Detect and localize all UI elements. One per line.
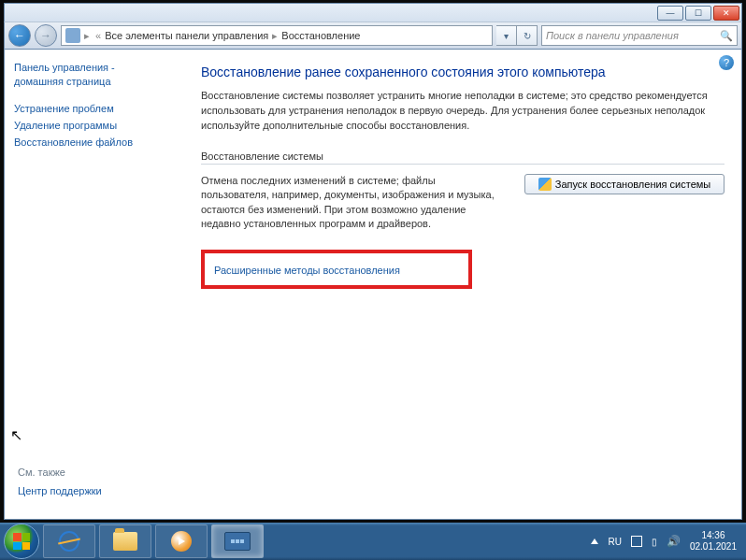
highlighted-link-box: Расширенные методы восстановления (201, 250, 472, 289)
taskbar-item-media-player[interactable] (155, 524, 208, 558)
folder-icon (113, 532, 137, 551)
network-tray-icon[interactable]: ▯ (652, 537, 657, 547)
breadcrumb-sep-icon: ▸ (270, 30, 280, 42)
search-input[interactable]: Поиск в панели управления 🔍 (541, 25, 738, 46)
clock-date: 02.01.2021 (690, 541, 737, 553)
taskbar: RU ▯ 🔊 14:36 02.01.2021 (0, 523, 746, 560)
section-header: Восстановление системы (201, 151, 724, 165)
taskbar-item-control-panel[interactable] (211, 524, 264, 558)
tray-overflow-button[interactable] (591, 538, 598, 544)
advanced-recovery-link[interactable]: Расширенные методы восстановления (214, 265, 400, 276)
system-tray: RU ▯ 🔊 14:36 02.01.2021 (591, 530, 742, 553)
help-icon[interactable]: ? (719, 55, 734, 70)
sidebar-link-troubleshoot[interactable]: Устранение проблем (14, 103, 179, 114)
sidebar-link-restore-files[interactable]: Восстановление файлов (14, 136, 179, 148)
search-placeholder: Поиск в панели управления (546, 30, 679, 41)
control-panel-home-link[interactable]: Панель управления -домашняя страница (14, 61, 179, 90)
language-indicator[interactable]: RU (608, 537, 621, 547)
internet-explorer-icon (59, 531, 79, 552)
sidebar: Панель управления -домашняя страница Уст… (5, 50, 188, 519)
breadcrumb-sep-icon: ▸ (82, 30, 92, 42)
tray-clock[interactable]: 14:36 02.01.2021 (690, 530, 737, 553)
control-panel-icon (65, 28, 80, 43)
search-icon[interactable]: 🔍 (720, 30, 733, 42)
sidebar-link-uninstall[interactable]: Удаление программы (14, 120, 179, 131)
minimize-button[interactable]: — (657, 6, 683, 21)
breadcrumb-sep-icon: « (93, 30, 103, 41)
media-player-icon (171, 531, 192, 552)
volume-tray-icon[interactable]: 🔊 (667, 535, 681, 548)
control-panel-task-icon (224, 532, 251, 551)
action-center-link[interactable]: Центр поддержки (18, 485, 102, 496)
action-center-tray-icon[interactable] (631, 536, 642, 547)
restore-description: Отмена последних изменений в системе; фа… (201, 174, 506, 232)
windows-logo-icon (13, 533, 30, 550)
run-system-restore-button[interactable]: Запуск восстановления системы (524, 174, 724, 194)
content-pane: ? Восстановление ранее сохраненного сост… (188, 50, 741, 519)
history-dropdown-button[interactable]: ▾ (496, 25, 517, 46)
breadcrumb[interactable]: ▸ « Все элементы панели управления ▸ Вос… (61, 25, 493, 46)
see-also-header: См. также (18, 467, 102, 478)
button-label: Запуск восстановления системы (555, 179, 711, 190)
window-titlebar: — ☐ ✕ (4, 3, 742, 22)
address-bar: ← → ▸ « Все элементы панели управления ▸… (4, 22, 742, 50)
page-description: Восстановление системы позволяет устрани… (201, 89, 724, 134)
breadcrumb-item[interactable]: Все элементы панели управления (105, 30, 268, 41)
start-button[interactable] (4, 524, 39, 559)
refresh-button[interactable]: ↻ (517, 25, 538, 46)
uac-shield-icon (538, 178, 552, 191)
taskbar-item-explorer[interactable] (99, 524, 151, 558)
nav-forward-button[interactable]: → (35, 24, 57, 47)
clock-time: 14:36 (690, 530, 737, 541)
maximize-button[interactable]: ☐ (685, 6, 711, 21)
see-also-section: См. также Центр поддержки (18, 467, 102, 502)
page-title: Восстановление ранее сохраненного состоя… (201, 65, 724, 79)
window-body: Панель управления -домашняя страница Уст… (4, 50, 742, 520)
breadcrumb-item[interactable]: Восстановление (281, 30, 360, 41)
taskbar-item-ie[interactable] (43, 524, 95, 558)
close-button[interactable]: ✕ (713, 6, 739, 21)
nav-back-button[interactable]: ← (8, 24, 31, 47)
